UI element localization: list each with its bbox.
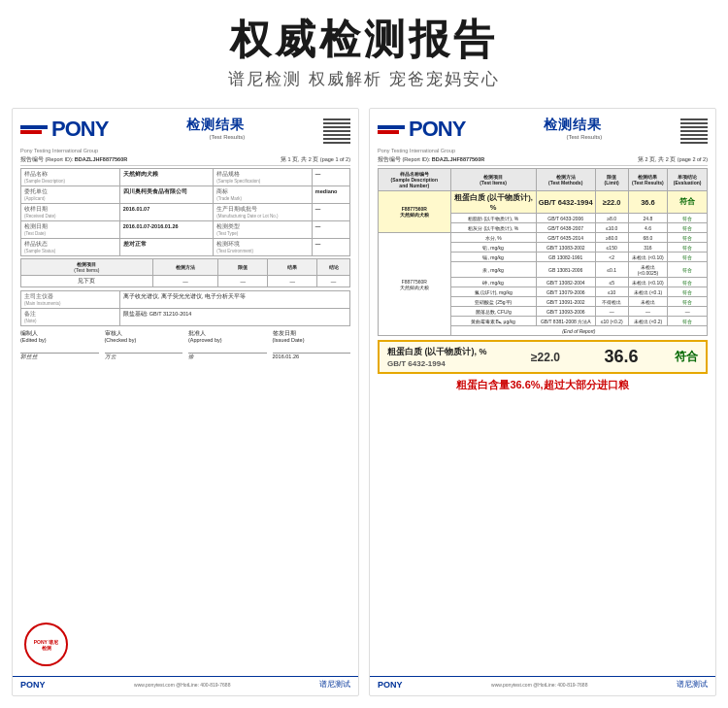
report-card-1: PONY 检测结果 (Test Results) Pony Testing In… <box>12 108 359 696</box>
table-row: 主司主仪器(Main Instruments) 离子收光谱仪, 离子荧光光谱仪,… <box>21 291 350 309</box>
pony-bar-red-2 <box>378 130 399 134</box>
reports-row: PONY 检测结果 (Test Results) Pony Testing In… <box>0 98 728 708</box>
editor-sig: 编制人 (Edited by) 郭丝丝 <box>20 330 99 360</box>
header-section: 权威检测报告 谱尼检测 权威解析 宠爸宠妈安心 <box>0 0 728 98</box>
table-row-highlight: F8877560R天然鲜肉犬粮 粗蛋白质 (以干物质计), % GB/T 643… <box>379 191 708 214</box>
reviewer-sig: 审核人 (Checked by) 万云 <box>105 330 183 360</box>
qrcode-1 <box>323 117 350 144</box>
table-row: F8877560R天然鲜肉犬粮 水分, % GB/T 6435-2014 ≥60… <box>379 233 708 243</box>
table-row: 见下页 — — — — <box>21 276 350 287</box>
group-name-1: Pony Testing International Group <box>20 148 350 153</box>
pony-logo-text-2: PONY <box>409 117 465 142</box>
signatures: 编制人 (Edited by) 郭丝丝 审核人 (Checked by) 万云 … <box>20 330 350 360</box>
table-row: 样品名称(Sample Description) 天然鲜肉犬粮 样品规格(Sam… <box>21 169 350 186</box>
report2-info-line: 报告编号 (Report ID): BDAZLJHF8877560R 第 2 页… <box>378 156 708 166</box>
report2-id-label: 报告编号 (Report ID): BDAZLJHF8877560R <box>378 156 484 163</box>
report1-result-en: (Test Results) <box>186 134 245 140</box>
table-row: 样品状态(Sample Status) 差对正常 检测环境(Test Envir… <box>21 239 350 256</box>
report2-header: PONY 检测结果 (Test Results) <box>378 117 708 144</box>
pony-bar-group-2 <box>378 125 405 134</box>
pony-bar-red-1 <box>20 130 42 134</box>
group-name-2: Pony Testing International Group <box>378 148 708 153</box>
pony-bar-blue-1 <box>20 125 48 129</box>
report2-right-header: 检测结果 (Test Results) <box>544 117 602 140</box>
issue-date: 签发日期 (Issued Date) 2016.01.26 <box>273 330 351 360</box>
report1-page-info: 第 1 页, 共 2 页 (page 1 of 2) <box>281 156 350 163</box>
report1-instruments-table: 主司主仪器(Main Instruments) 离子收光谱仪, 离子荧光光谱仪,… <box>20 290 350 326</box>
report2-footer: PONY www.ponytest.com @HotLine: 400-819-… <box>370 676 715 691</box>
page-title: 权威检测报告 <box>0 17 728 62</box>
sub-title: 谱尼检测 权威解析 宠爸宠妈安心 <box>0 68 728 90</box>
approver-sig: 批准人 (Approved by) 徐 <box>188 330 267 360</box>
report2-result-cn: 检测结果 <box>544 117 602 134</box>
report-card-2: PONY 检测结果 (Test Results) Pony Testing In… <box>369 108 716 696</box>
table-row: 委托单位(Applicant) 四川奥柯美食品有限公司 商标(Trade Mar… <box>21 186 350 204</box>
main-container: 权威检测报告 谱尼检测 权威解析 宠爸宠妈安心 PONY 检测结果 (Test … <box>0 0 728 708</box>
report2-main-table: 样品名称编号(Sample Descriptionand Number) 检测项… <box>378 168 708 336</box>
table-row: 收样日期(Received Date) 2016.01.07 生产日期或批号(M… <box>21 204 350 221</box>
report2-page-info: 第 2 页, 共 2 页 (page 2 of 2) <box>638 156 708 163</box>
report1-header: PONY 检测结果 (Test Results) <box>20 117 350 144</box>
official-stamp-1: PONY 谱尼检测 <box>24 623 68 666</box>
pony-bar-blue-2 <box>378 125 405 129</box>
report1-id-label: 报告编号 (Report ID): BDAZLJHF8877560R <box>20 156 127 163</box>
qrcode-2 <box>680 117 708 144</box>
report1-right-header: 检测结果 (Test Results) <box>186 117 245 140</box>
report1-footer: PONY www.ponytest.com @HotLine: 400-819-… <box>13 676 358 691</box>
highlighted-result-box: 粗蛋白质 (以干物质计), % GB/T 6432-1994 ≥22.0 36.… <box>378 340 708 374</box>
table-row: 检测日期(Test Date) 2016.01.07-2016.01.26 检测… <box>21 221 350 239</box>
report1-test-table: 检测项目(Test Items) 检测方法 限值 结果 结论 见下页 — — —… <box>20 258 350 287</box>
report2-result-en: (Test Results) <box>544 134 602 140</box>
table-row: 检测项目(Test Items) 检测方法 限值 结果 结论 <box>21 259 350 276</box>
highlight-label: 粗蛋白含量36.6%,超过大部分进口粮 <box>378 378 708 392</box>
pony-logo-2: PONY <box>378 117 465 142</box>
report1-info-table: 样品名称(Sample Description) 天然鲜肉犬粮 样品规格(Sam… <box>20 168 350 256</box>
table-row: 备注(Note) 限盐基础: GB/T 31210-2014 <box>21 309 350 326</box>
report1-info-line: 报告编号 (Report ID): BDAZLJHF8877560R 第 1 页… <box>20 156 350 166</box>
report1-result-cn: 检测结果 <box>186 117 245 134</box>
table-header-row: 样品名称编号(Sample Descriptionand Number) 检测项… <box>379 169 708 191</box>
pony-bar-group-1 <box>20 125 48 134</box>
pony-logo-text-1: PONY <box>51 117 108 142</box>
pony-logo-1: PONY <box>20 117 108 142</box>
